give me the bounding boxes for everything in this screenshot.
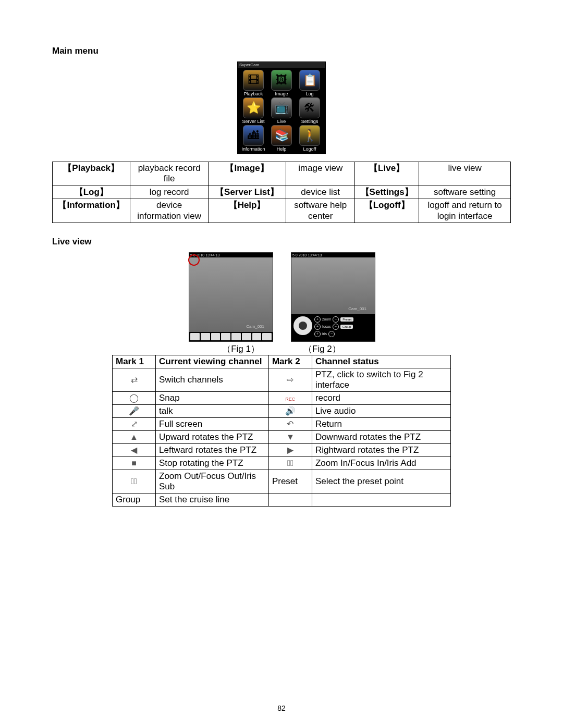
menu-table-cell: 【Live】 bbox=[355, 162, 419, 186]
menu-icon-label: Log bbox=[305, 91, 313, 96]
lv-mark1-cell: ◯ bbox=[113, 391, 156, 404]
lv-mark1-cell: ◀ bbox=[113, 443, 156, 456]
lv-mark2-cell bbox=[268, 493, 312, 506]
lv-mark2-desc: Live audio bbox=[312, 404, 450, 417]
menu-icon-label: Logoff bbox=[303, 146, 316, 152]
lv-mark1-desc: Leftward rotates the PTZ bbox=[156, 443, 269, 456]
lv-mark2-cell: ＋⃝ bbox=[268, 456, 312, 470]
live-icon: 📺 bbox=[271, 97, 292, 118]
lv-mark1-cell: 🎤 bbox=[113, 404, 156, 417]
lv-mark2-cell: ⇨ bbox=[268, 368, 312, 391]
lv-mark2-cell: ▼ bbox=[268, 430, 312, 443]
menu-table-cell: 【Playback】 bbox=[53, 162, 130, 186]
playback-icon: 🎞 bbox=[243, 70, 264, 91]
menu-table-cell: logoff and return to login interface bbox=[419, 199, 511, 223]
menu-table-cell: 【Image】 bbox=[208, 162, 286, 186]
ptz-wheel-icon bbox=[293, 316, 312, 335]
lv-mark1-icon: ▲ bbox=[130, 433, 138, 442]
settings-icon: 🛠 bbox=[299, 97, 320, 118]
lv-mark2-cell: ↶ bbox=[268, 417, 312, 430]
menu-table-cell: playback record file bbox=[130, 162, 208, 186]
menu-icon-label: Settings bbox=[301, 119, 319, 124]
fig1-caption: （Fig 1） bbox=[222, 343, 260, 355]
menu-icon-information[interactable]: 🏙Information bbox=[240, 125, 267, 152]
menu-table-cell: software setting bbox=[419, 186, 511, 199]
menu-table-cell: software help center bbox=[286, 199, 355, 223]
help-icon: 📚 bbox=[271, 125, 292, 146]
lv-mark1-desc: Set the cruise line bbox=[156, 493, 269, 506]
menu-icon-log[interactable]: 📋Log bbox=[296, 70, 323, 96]
menu-icon-settings[interactable]: 🛠Settings bbox=[296, 97, 323, 124]
menu-icon-help[interactable]: 📚Help bbox=[268, 125, 295, 152]
lv-mark2-desc bbox=[312, 493, 450, 506]
lv-mark2-icon: ＋⃝ bbox=[287, 459, 293, 468]
lv-mark1-icon: ◯ bbox=[129, 393, 139, 403]
lv-mark2-desc: Return bbox=[312, 417, 450, 430]
menu-icon-image[interactable]: 🖼Image bbox=[268, 70, 295, 96]
fig2: 5 0 2010 13:44:13 Cam_001 +zoom−Preset+f… bbox=[291, 252, 374, 342]
menu-icon-live[interactable]: 📺Live bbox=[268, 97, 295, 124]
main-menu-heading: Main menu bbox=[52, 46, 511, 56]
lv-mark2-cell: 🔊 bbox=[268, 404, 312, 417]
lv-mark1-icon: －⃝ bbox=[131, 477, 137, 486]
lv-mark2-desc: record bbox=[312, 391, 450, 404]
fig2-ptz-panel: +zoom−Preset+focus−Group+iris− bbox=[291, 314, 375, 341]
menu-icon-playback[interactable]: 🎞Playback bbox=[240, 70, 267, 96]
fig2-caption: （Fig 2） bbox=[303, 343, 341, 355]
lv-mark1-icon: 🎤 bbox=[129, 406, 139, 416]
lv-mark1-desc: Full screen bbox=[156, 417, 269, 430]
lv-group-label: Group bbox=[113, 493, 156, 506]
fig1-camname: Cam_001 bbox=[246, 324, 264, 329]
menu-table-cell: device information view bbox=[130, 199, 208, 223]
lv-mark1-desc: Zoom Out/Focus Out/Iris Sub bbox=[156, 470, 269, 493]
lv-mark2-desc: Zoom In/Focus In/Iris Add bbox=[312, 456, 450, 470]
lv-mark1-icon: ◀ bbox=[131, 445, 137, 455]
menu-table-cell: 【Log】 bbox=[53, 186, 130, 199]
page-number: 82 bbox=[0, 704, 563, 712]
menu-icon-logoff[interactable]: 🚶Logoff bbox=[296, 125, 323, 152]
live-view-heading: Live view bbox=[52, 237, 511, 247]
menu-icon-label: Playback bbox=[244, 91, 263, 96]
lv-preset-label: Preset bbox=[268, 470, 312, 493]
lv-mark1-desc: Snap bbox=[156, 391, 269, 404]
lv-mark1-desc: Stop rotating the PTZ bbox=[156, 456, 269, 470]
fig1: 5 0 2010 13:44:13 Cam_001 bbox=[189, 252, 272, 342]
menu-icon-label: Server List bbox=[242, 119, 264, 124]
fig2-timestamp: 5 0 2010 13:44:13 bbox=[291, 253, 375, 257]
liveview-control-table: Mark 1Current viewing channelMark 2Chann… bbox=[112, 355, 451, 507]
menu-table-cell: device list bbox=[286, 186, 355, 199]
lv-mark1-cell: －⃝ bbox=[113, 470, 156, 493]
lv-mark1-cell: ⤢ bbox=[113, 417, 156, 430]
lv-mark1-cell: ⇄ bbox=[113, 368, 156, 391]
lv-table-header: Mark 1 bbox=[113, 355, 156, 368]
lv-mark1-cell: ■ bbox=[113, 456, 156, 470]
menu-icon-label: Image bbox=[275, 91, 288, 96]
liveview-figures: 5 0 2010 13:44:13 Cam_001 5 0 2010 13:44… bbox=[52, 252, 511, 342]
menu-table-cell: 【Information】 bbox=[53, 199, 130, 223]
lv-table-header: Mark 2 bbox=[268, 355, 312, 368]
lv-mark2-icon: ↶ bbox=[287, 419, 293, 429]
lv-mark2-desc: Downward rotates the PTZ bbox=[312, 430, 450, 443]
menu-table-cell: live view bbox=[419, 162, 511, 186]
lv-table-header: Channel status bbox=[312, 355, 450, 368]
fig1-timestamp: 5 0 2010 13:44:13 bbox=[189, 253, 273, 257]
lv-mark1-desc: Switch channels bbox=[156, 368, 269, 391]
menu-table-cell: 【Settings】 bbox=[355, 186, 419, 199]
menu-icon-label: Live bbox=[277, 119, 286, 124]
main-menu-table: 【Playback】playback record file【Image】ima… bbox=[52, 162, 511, 223]
menu-icon-label: Help bbox=[277, 146, 287, 152]
lv-table-header: Current viewing channel bbox=[156, 355, 269, 368]
lv-mark1-desc: talk bbox=[156, 404, 269, 417]
lv-mark2-desc: PTZ, click to switch to Fig 2 interface bbox=[312, 368, 450, 391]
lv-mark1-icon: ⤢ bbox=[131, 419, 138, 429]
lv-mark2-icon: ▶ bbox=[287, 445, 293, 455]
menu-table-cell: log record bbox=[130, 186, 208, 199]
lv-mark2-desc: Select the preset point bbox=[312, 470, 450, 493]
menu-icon-server-list[interactable]: ⭐Server List bbox=[240, 97, 267, 124]
menu-table-cell: image view bbox=[286, 162, 355, 186]
lv-mark2-desc: Rightward rotates the PTZ bbox=[312, 443, 450, 456]
fig1-mark1-circle bbox=[188, 254, 200, 266]
information-icon: 🏙 bbox=[243, 125, 264, 146]
menu-table-cell: 【Logoff】 bbox=[355, 199, 419, 223]
server-list-icon: ⭐ bbox=[243, 97, 264, 118]
